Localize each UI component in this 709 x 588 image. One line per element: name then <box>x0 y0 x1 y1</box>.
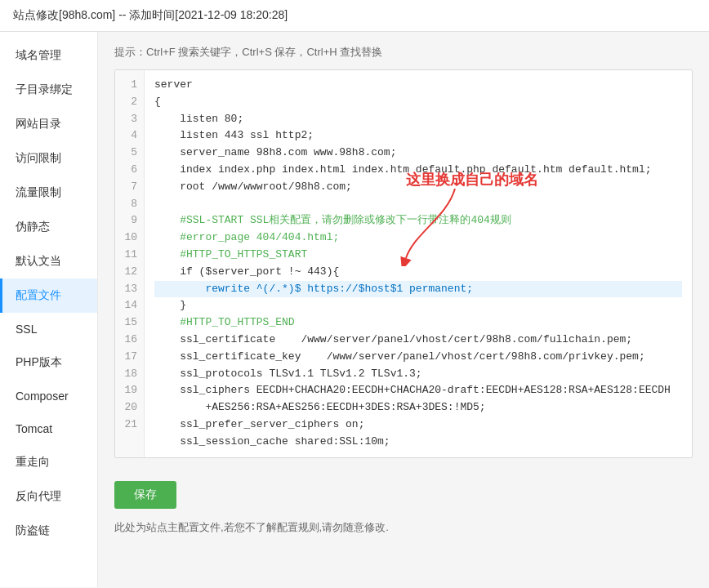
sidebar-item-php[interactable]: PHP版本 <box>0 345 97 380</box>
code-line-11: #HTTP_TO_HTTPS_START <box>154 247 682 264</box>
code-line-15: #HTTP_TO_HTTPS_END <box>154 314 682 332</box>
main-layout: 域名管理子目录绑定网站目录访问限制流量限制伪静态默认文当配置文件SSLPHP版本… <box>0 32 709 587</box>
code-line-17: ssl_certificate_key /www/server/panel/vh… <box>154 349 682 366</box>
line-num-19: 19 <box>115 382 144 399</box>
line-num-14: 14 <box>115 297 144 314</box>
title-bar: 站点修改[98h8.com] -- 添加时间[2021-12-09 18:20:… <box>0 0 709 32</box>
code-area[interactable]: server{ listen 80; listen 443 ssl http2;… <box>145 70 692 457</box>
editor-container: 123456789101112131415161718192021 server… <box>114 69 693 458</box>
sidebar: 域名管理子目录绑定网站目录访问限制流量限制伪静态默认文当配置文件SSLPHP版本… <box>0 32 98 587</box>
line-num-11: 11 <box>115 247 144 264</box>
sidebar-item-access[interactable]: 访问限制 <box>0 141 97 176</box>
line-num-13: 13 <box>115 281 144 298</box>
sidebar-item-hotlink[interactable]: 防盗链 <box>0 514 97 548</box>
sidebar-item-redirect[interactable]: 重走向 <box>0 445 97 479</box>
line-num-17: 17 <box>115 349 144 366</box>
line-num-12: 12 <box>115 264 144 281</box>
line-numbers: 123456789101112131415161718192021 <box>115 70 145 457</box>
line-num-6: 6 <box>115 162 144 179</box>
line-num-1: 1 <box>115 77 144 94</box>
footer-note: 此处为站点主配置文件,若您不了解配置规则,请勿随意修改. <box>114 520 693 535</box>
code-line-3: listen 80; <box>154 111 682 128</box>
line-num-18: 18 <box>115 366 144 383</box>
line-num-9: 9 <box>115 212 144 229</box>
sidebar-item-composer[interactable]: Composer <box>0 380 97 412</box>
code-line-12: if ($server_port !~ 443){ <box>154 264 682 281</box>
code-line-7: root /www/wwwroot/98h8.com; <box>154 179 682 196</box>
sidebar-item-ssl[interactable]: SSL <box>0 313 97 345</box>
code-line-1: server <box>154 77 682 94</box>
line-num-15: 15 <box>115 314 144 332</box>
line-num-2: 2 <box>115 94 144 111</box>
code-line-20: ssl_prefer_server_ciphers on; <box>154 416 682 434</box>
code-line-21: ssl_session_cache shared:SSL:10m; <box>154 434 682 451</box>
sidebar-item-domain[interactable]: 域名管理 <box>0 38 97 73</box>
code-line-13: rewrite ^(/.*)$ https://$host$1 permanen… <box>154 281 682 298</box>
sidebar-item-pseudo[interactable]: 伪静态 <box>0 210 97 244</box>
sidebar-item-default[interactable]: 默认文当 <box>0 244 97 278</box>
editor-body: 123456789101112131415161718192021 server… <box>115 70 692 457</box>
sidebar-item-subdir[interactable]: 子目录绑定 <box>0 73 97 107</box>
code-line-10: #error_page 404/404.html; <box>154 229 682 247</box>
code-line-16: ssl_certificate /www/server/panel/vhost/… <box>154 332 682 349</box>
sidebar-item-proxy[interactable]: 反向代理 <box>0 479 97 514</box>
code-line-4: listen 443 ssl http2; <box>154 127 682 145</box>
line-num-20: 20 <box>115 399 144 416</box>
line-num-3: 3 <box>115 111 144 128</box>
code-line-19: ssl_ciphers EECDH+CHACHA20:EECDH+CHACHA2… <box>154 382 682 399</box>
sidebar-item-tomcat[interactable]: Tomcat <box>0 412 97 445</box>
hint-bar: 提示：Ctrl+F 搜索关键字，Ctrl+S 保存，Ctrl+H 查找替换 <box>114 45 693 60</box>
save-button[interactable]: 保存 <box>114 481 176 509</box>
code-line-19-cont: +AES256:RSA+AES256:EECDH+3DES:RSA+3DES:!… <box>154 399 682 416</box>
code-line-9: #SSL-START SSL相关配置，请勿删除或修改下一行带注释的404规则 <box>154 212 682 229</box>
code-line-2: { <box>154 94 682 111</box>
sidebar-item-traffic[interactable]: 流量限制 <box>0 176 97 210</box>
line-num-5: 5 <box>115 145 144 162</box>
code-line-8 <box>154 196 682 213</box>
code-line-6: index index.php index.html index.htm def… <box>154 162 682 179</box>
line-num-7: 7 <box>115 179 144 196</box>
line-num-10: 10 <box>115 229 144 247</box>
line-num-21: 21 <box>115 416 144 434</box>
title-text: 站点修改[98h8.com] -- 添加时间[2021-12-09 18:20:… <box>13 8 288 21</box>
code-line-18: ssl_protocols TLSv1.1 TLSv1.2 TLSv1.3; <box>154 366 682 383</box>
sidebar-item-website[interactable]: 网站目录 <box>0 107 97 141</box>
sidebar-item-config[interactable]: 配置文件 <box>0 278 97 313</box>
code-line-14: } <box>154 297 682 314</box>
line-num-8: 8 <box>115 196 144 213</box>
main-content: 提示：Ctrl+F 搜索关键字，Ctrl+S 保存，Ctrl+H 查找替换 12… <box>98 32 709 587</box>
action-bar: 保存 <box>114 470 693 517</box>
line-num-16: 16 <box>115 332 144 349</box>
code-line-5: server_name 98h8.com www.98h8.com; <box>154 145 682 162</box>
line-num-4: 4 <box>115 127 144 145</box>
